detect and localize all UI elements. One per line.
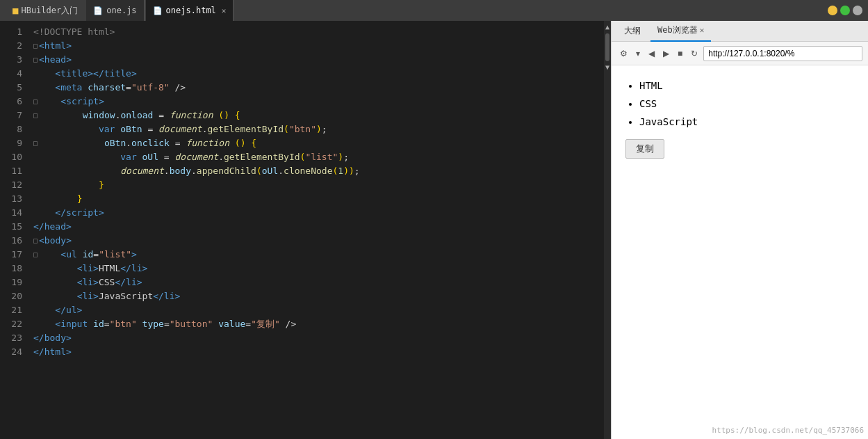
- window-controls: [828, 6, 862, 15]
- code-line-3: □<head>: [33, 53, 604, 67]
- vertical-scrollbar[interactable]: ▲ ▼: [604, 21, 611, 439]
- browser-toolbar: ⚙ ▾ ◀ ▶ ■ ↻: [612, 42, 868, 65]
- browser-list: HTMLCSSJavaScript: [625, 77, 854, 131]
- code-line-16: □<body>: [33, 234, 604, 248]
- code-line-8: var oBtn = document.getElementById("btn"…: [33, 122, 604, 136]
- tab-onejs-html-label: onejs.html: [166, 6, 216, 15]
- tab-one-js-label: one.js: [106, 6, 136, 15]
- app-title-label: HBuilder入门: [21, 5, 78, 17]
- chevron-down-icon: ▾: [636, 49, 640, 58]
- back-button[interactable]: ◀: [646, 47, 657, 60]
- dropdown-button[interactable]: ▾: [633, 47, 643, 60]
- collapse-marker[interactable]: □: [33, 95, 38, 109]
- refresh-icon: ↻: [691, 49, 698, 58]
- code-line-13: }: [33, 192, 604, 206]
- collapse-marker[interactable]: □: [33, 234, 38, 248]
- hbuilder-icon: ■: [13, 5, 18, 16]
- code-line-6: □ <script>: [33, 95, 604, 109]
- address-bar[interactable]: [703, 46, 862, 61]
- app-title-tab[interactable]: ■ HBuilder入门: [6, 5, 85, 17]
- code-line-23: </body>: [33, 331, 604, 345]
- file-icon-2: 📄: [153, 6, 163, 15]
- collapse-marker[interactable]: □: [33, 109, 38, 122]
- gear-icon: ⚙: [620, 49, 628, 58]
- code-line-2: □<html>: [33, 39, 604, 53]
- copy-button[interactable]: 复制: [625, 139, 664, 159]
- collapse-marker[interactable]: □: [33, 53, 38, 67]
- file-icon: 📄: [93, 6, 103, 15]
- editor-content: 123456789101112131415161718192021222324 …: [0, 21, 611, 439]
- code-line-24: </html>: [33, 345, 604, 359]
- code-line-5: <meta charset="utf-8" />: [33, 81, 604, 95]
- code-line-14: </script>: [33, 206, 604, 220]
- web-browser-tab-label: Web浏览器: [657, 24, 698, 36]
- titlebar: ■ HBuilder入门 📄 one.js 📄 onejs.html ✕: [0, 0, 868, 21]
- browser-content: HTMLCSSJavaScript 复制: [612, 65, 868, 439]
- code-editor[interactable]: <!DOCTYPE html>□<html>□<head> <title></t…: [28, 21, 604, 439]
- right-panel: 大纲 Web浏览器 ✕ ⚙ ▾ ◀ ▶ ■ ↻: [611, 21, 868, 439]
- editor-panel: 123456789101112131415161718192021222324 …: [0, 21, 611, 439]
- settings-button[interactable]: ⚙: [617, 47, 630, 60]
- list-item: JavaScript: [639, 113, 854, 131]
- stop-button[interactable]: ■: [675, 47, 685, 60]
- refresh-button[interactable]: ↻: [688, 47, 701, 60]
- collapse-marker[interactable]: □: [33, 136, 38, 150]
- tab-outline[interactable]: 大纲: [617, 21, 648, 42]
- forward-icon: ▶: [663, 49, 669, 58]
- scroll-down-arrow[interactable]: ▼: [605, 63, 609, 72]
- code-line-11: document.body.appendChild(oUl.cloneNode(…: [33, 164, 604, 178]
- collapse-marker[interactable]: □: [33, 39, 38, 53]
- right-tab-close-button[interactable]: ✕: [700, 26, 705, 35]
- code-line-1: <!DOCTYPE html>: [33, 25, 604, 39]
- code-line-19: <li>CSS</li>: [33, 276, 604, 289]
- code-line-18: <li>HTML</li>: [33, 262, 604, 276]
- back-icon: ◀: [648, 49, 655, 58]
- code-line-7: □ window.onload = function () {: [33, 109, 604, 122]
- forward-button[interactable]: ▶: [660, 47, 672, 60]
- collapse-marker[interactable]: □: [33, 248, 38, 262]
- right-panel-header: 大纲 Web浏览器 ✕: [612, 21, 868, 42]
- code-line-22: <input id="btn" type="button" value="复制"…: [33, 317, 604, 331]
- maximize-button[interactable]: [840, 6, 850, 15]
- main-area: 123456789101112131415161718192021222324 …: [0, 21, 868, 439]
- code-line-9: □ oBtn.onclick = function () {: [33, 136, 604, 150]
- code-line-17: □ <ul id="list">: [33, 248, 604, 262]
- code-line-12: }: [33, 178, 604, 192]
- list-item: CSS: [639, 95, 854, 113]
- list-item: HTML: [639, 77, 854, 95]
- tab-onejs-html[interactable]: 📄 onejs.html ✕: [146, 0, 234, 21]
- code-line-4: <title></title>: [33, 67, 604, 81]
- tab-close-button[interactable]: ✕: [222, 6, 227, 15]
- code-line-20: <li>JavaScript</li>: [33, 289, 604, 303]
- close-window-button[interactable]: [853, 6, 862, 15]
- code-line-15: </head>: [33, 220, 604, 234]
- outline-tab-label: 大纲: [624, 25, 641, 37]
- minimize-button[interactable]: [828, 6, 837, 15]
- scroll-up-arrow[interactable]: ▲: [605, 22, 609, 32]
- tab-one-js[interactable]: 📄 one.js: [86, 0, 144, 21]
- line-numbers: 123456789101112131415161718192021222324: [0, 21, 28, 439]
- code-line-21: </ul>: [33, 303, 604, 317]
- tab-web-browser[interactable]: Web浏览器 ✕: [650, 21, 711, 42]
- code-line-10: var oUl = document.getElementById("list"…: [33, 150, 604, 164]
- scroll-thumb[interactable]: [605, 33, 609, 61]
- stop-icon: ■: [678, 49, 682, 58]
